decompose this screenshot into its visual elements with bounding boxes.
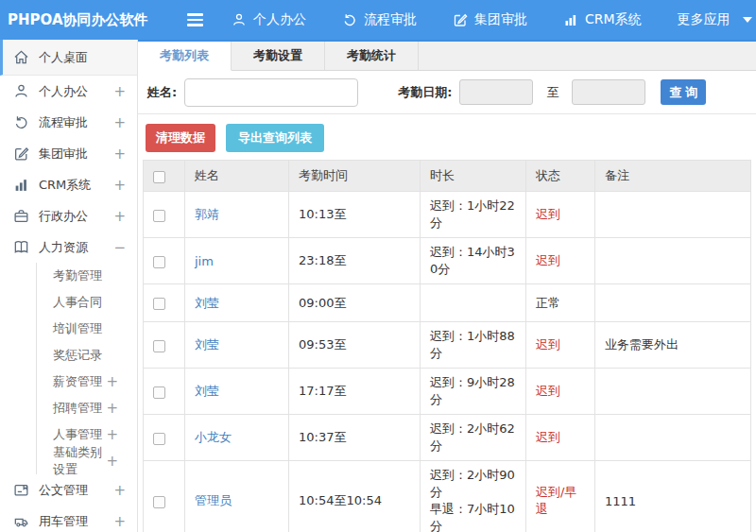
status-text: 迟到: [536, 337, 560, 352]
briefcase-icon: [13, 208, 29, 224]
sidebar-subitem-salary-management[interactable]: 薪资管理 +: [37, 369, 137, 395]
date-to-input[interactable]: [572, 79, 645, 105]
sidebar-item-group-approval[interactable]: 集团审批 +: [0, 138, 137, 169]
table-header-row: 姓名 考勤时间 时长 状态 备注: [144, 161, 751, 192]
expand-icon[interactable]: +: [113, 177, 126, 194]
top-navigation: 个人办公 流程审批 集团审批 CRM系统 更多应用: [232, 11, 756, 28]
hamburger-menu-icon[interactable]: [187, 10, 203, 29]
sidebar-subitem-base-category-settings[interactable]: 基础类别设置 +: [37, 448, 137, 474]
duration: 迟到：14小时30分: [421, 238, 526, 284]
expand-icon[interactable]: +: [113, 513, 126, 530]
sidebar-subitem-training-management[interactable]: 培训管理: [37, 316, 137, 342]
select-all-checkbox[interactable]: [153, 171, 165, 183]
status-text: 迟到/早退: [536, 485, 576, 516]
clean-data-button[interactable]: 清理数据: [146, 124, 215, 152]
caret-down-icon: [743, 17, 752, 23]
user-icon: [232, 12, 247, 27]
employee-name-link[interactable]: 郭靖: [195, 207, 219, 221]
top-header: PHPOA协同办公软件 个人办公 流程审批 集团审批 CRM系统 更多应用: [0, 0, 756, 40]
date-from-input[interactable]: [459, 79, 533, 105]
sidebar-subitem-rewards-punishments[interactable]: 奖惩记录: [37, 342, 137, 369]
expand-icon[interactable]: +: [113, 482, 126, 499]
sidebar-item-crm-system[interactable]: CRM系统 +: [0, 169, 137, 200]
header-name: 姓名: [185, 161, 289, 192]
export-list-button[interactable]: 导出查询列表: [226, 124, 324, 152]
row-checkbox[interactable]: [153, 433, 165, 445]
tab-attendance-settings[interactable]: 考勤设置: [232, 42, 325, 70]
duration: 迟到：1小时88分: [421, 322, 526, 369]
topnav-more-apps[interactable]: 更多应用: [678, 11, 752, 28]
expand-icon[interactable]: +: [113, 83, 126, 100]
note: 1111: [595, 461, 751, 532]
employee-name-link[interactable]: jim: [195, 254, 214, 268]
note: [595, 415, 751, 461]
process-icon: [13, 114, 29, 130]
note: 业务需要外出: [595, 322, 751, 369]
table-row: 刘莹 09:53至 迟到：1小时88分 迟到 业务需要外出: [144, 322, 751, 369]
topnav-process-approval[interactable]: 流程审批: [342, 11, 417, 28]
duration: 迟到：9小时28分: [421, 369, 526, 415]
table-row: 郭靖 10:13至 迟到：1小时22分 迟到: [144, 192, 751, 238]
date-to-label: 至: [546, 84, 558, 101]
expand-icon[interactable]: +: [106, 400, 118, 417]
expand-icon[interactable]: +: [106, 373, 118, 390]
expand-icon[interactable]: +: [113, 208, 126, 225]
tab-bar: 考勤列表 考勤设置 考勤统计: [138, 42, 756, 71]
sidebar-item-administrative-office[interactable]: 行政办公 +: [0, 200, 137, 232]
tab-attendance-list[interactable]: 考勤列表: [138, 42, 232, 71]
sidebar-item-document-management[interactable]: 公文管理 +: [0, 474, 137, 506]
row-checkbox[interactable]: [153, 496, 165, 508]
expand-icon[interactable]: +: [113, 146, 126, 163]
sidebar-item-personal-office[interactable]: 个人办公 +: [0, 76, 137, 107]
row-checkbox[interactable]: [153, 340, 165, 352]
home-icon: [13, 49, 29, 65]
hr-submenu: 考勤管理 人事合同 培训管理 奖惩记录 薪资管理 + 招聘管理 +: [36, 263, 137, 474]
topnav-group-approval[interactable]: 集团审批: [453, 11, 527, 28]
name-filter-input[interactable]: [184, 78, 358, 107]
attendance-time: 10:13至: [289, 192, 421, 238]
header-note: 备注: [595, 161, 751, 192]
duration: 迟到：2小时62分: [421, 415, 526, 461]
collapse-icon[interactable]: −: [113, 239, 126, 256]
expand-icon[interactable]: +: [106, 426, 118, 443]
sidebar-subitem-attendance-management[interactable]: 考勤管理: [37, 263, 137, 289]
expand-icon[interactable]: +: [106, 453, 118, 470]
row-checkbox[interactable]: [153, 298, 165, 310]
employee-name-link[interactable]: 管理员: [195, 493, 232, 507]
row-checkbox[interactable]: [153, 256, 165, 268]
row-checkbox[interactable]: [153, 210, 165, 222]
employee-name-link[interactable]: 刘莹: [195, 337, 219, 352]
select-all-cell: [144, 161, 185, 192]
row-checkbox[interactable]: [153, 386, 165, 399]
user-icon: [13, 83, 29, 99]
sidebar-item-human-resources[interactable]: 人力资源 −: [0, 232, 137, 263]
attendance-time: 23:18至: [289, 238, 421, 284]
header-status: 状态: [526, 161, 595, 192]
note: [595, 238, 751, 284]
expand-icon[interactable]: +: [113, 114, 126, 131]
app-logo: PHPOA协同办公软件: [0, 11, 138, 29]
tab-attendance-statistics[interactable]: 考勤统计: [325, 42, 419, 70]
car-icon: [13, 513, 29, 529]
chart-icon: [563, 12, 578, 27]
attendance-table: 姓名 考勤时间 时长 状态 备注 郭靖 10:13至 迟到：1小时22分 迟到: [143, 160, 751, 532]
employee-name-link[interactable]: 刘莹: [195, 296, 219, 310]
sidebar-subitem-recruitment-management[interactable]: 招聘管理 +: [37, 395, 137, 421]
employee-name-link[interactable]: 小龙女: [195, 430, 232, 444]
sidebar-subitem-personnel-contract[interactable]: 人事合同: [37, 289, 137, 316]
search-button[interactable]: 查 询: [661, 79, 706, 105]
sidebar: 个人桌面 个人办公 + 流程审批 + 集团审批 + CRM系统 + 行政办公 +: [0, 40, 138, 532]
sidebar-item-vehicle-management[interactable]: 用车管理 +: [0, 506, 137, 532]
table-row: 管理员 10:54至10:54 迟到：2小时90分早退：7小时10分 迟到/早退…: [144, 461, 751, 532]
topnav-crm-system[interactable]: CRM系统: [563, 11, 642, 28]
employee-name-link[interactable]: 刘莹: [195, 384, 219, 398]
edit-icon: [453, 12, 468, 27]
status-text: 迟到: [536, 384, 560, 398]
topnav-personal-office[interactable]: 个人办公: [232, 11, 306, 28]
sidebar-item-personal-desktop[interactable]: 个人桌面: [0, 40, 137, 76]
sidebar-item-process-approval[interactable]: 流程审批 +: [0, 107, 137, 138]
duration: [421, 284, 526, 322]
attendance-time: 09:00至: [289, 284, 421, 322]
main-content: 考勤列表 考勤设置 考勤统计 姓名: 考勤日期: 至 查 询 清理数据 导出查询…: [138, 40, 756, 532]
document-icon: [13, 482, 29, 498]
